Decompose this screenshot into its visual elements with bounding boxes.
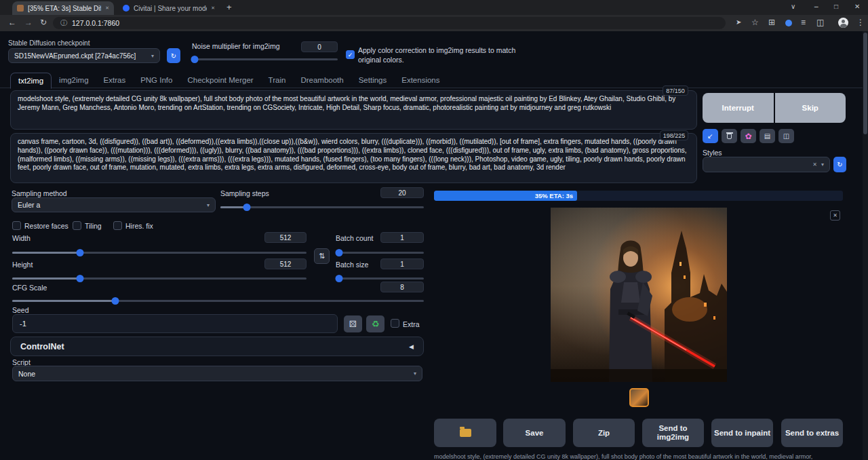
sampling-steps-slider[interactable] bbox=[220, 203, 424, 211]
random-seed-button[interactable]: ⚄ bbox=[344, 315, 362, 332]
tab-checkpoint-merger[interactable]: Checkpoint Merger bbox=[180, 73, 260, 89]
main-tab-nav: txt2img img2img Extras PNG Info Checkpoi… bbox=[10, 73, 448, 89]
window-minimize-button[interactable]: − bbox=[814, 3, 818, 11]
refresh-icon: ↻ bbox=[171, 52, 176, 60]
height-value[interactable]: 512 bbox=[264, 258, 307, 269]
tab-txt2img[interactable]: txt2img bbox=[10, 73, 52, 89]
height-slider[interactable] bbox=[12, 274, 307, 282]
send-to-inpaint-button[interactable]: Send to inpaint bbox=[711, 419, 773, 447]
accordion-collapse-icon: ◀ bbox=[409, 343, 414, 350]
swap-icon: ⇅ bbox=[319, 252, 325, 261]
tab-settings[interactable]: Settings bbox=[351, 73, 395, 89]
extension-blue-icon[interactable] bbox=[785, 20, 792, 26]
page-scrollbar-thumb[interactable] bbox=[863, 33, 867, 134]
paste-generation-params-button[interactable]: ↙ bbox=[703, 129, 718, 143]
browser-menu-kebab-icon[interactable]: ⋮ bbox=[856, 18, 865, 26]
back-icon[interactable]: ← bbox=[8, 18, 16, 26]
open-folder-button[interactable] bbox=[434, 419, 496, 447]
cfg-scale-slider[interactable] bbox=[12, 296, 424, 305]
script-dropdown[interactable]: None ▾ bbox=[12, 366, 422, 381]
extra-seed-label: Extra bbox=[403, 320, 420, 328]
batch-count-value[interactable]: 1 bbox=[380, 232, 424, 243]
batch-size-value[interactable]: 1 bbox=[380, 258, 424, 269]
bookmark-star-icon[interactable]: ☆ bbox=[751, 18, 759, 26]
url-text: 127.0.0.1:7860 bbox=[72, 19, 119, 27]
share-icon[interactable]: ➤ bbox=[736, 19, 741, 26]
tiling-checkbox[interactable] bbox=[73, 221, 81, 230]
cfg-scale-value[interactable]: 8 bbox=[380, 282, 424, 292]
interrupt-button[interactable]: Interrupt bbox=[703, 93, 774, 123]
styles-dropdown[interactable]: ✕ ▾ bbox=[703, 157, 830, 172]
clear-prompt-button[interactable] bbox=[722, 129, 737, 143]
extensions-grid-icon[interactable]: ⊞ bbox=[768, 18, 775, 26]
controlnet-accordion[interactable]: ControlNet ◀ bbox=[10, 337, 424, 356]
reading-list-icon[interactable]: ≡ bbox=[801, 18, 806, 26]
hires-fix-checkbox[interactable] bbox=[113, 221, 122, 230]
noise-multiplier-label: Noise multiplier for img2img bbox=[192, 42, 280, 50]
width-slider[interactable] bbox=[12, 248, 307, 256]
tab-title: [35% ETA: 3s] Stable Diffusion bbox=[28, 5, 101, 12]
reload-icon[interactable]: ↻ bbox=[40, 18, 47, 26]
restore-faces-checkbox[interactable] bbox=[12, 221, 21, 230]
site-info-icon[interactable]: ⓘ bbox=[60, 18, 67, 28]
tab-title: Civitai | Share your models bbox=[134, 5, 207, 12]
seed-label: Seed bbox=[12, 306, 29, 314]
batch-size-label: Batch size bbox=[336, 261, 368, 269]
clear-styles-icon[interactable]: ✕ bbox=[812, 161, 817, 168]
trash-icon bbox=[727, 134, 732, 139]
seed-input[interactable]: -1 bbox=[12, 314, 338, 333]
sampling-steps-value[interactable]: 20 bbox=[380, 187, 424, 198]
tab-train[interactable]: Train bbox=[261, 73, 294, 89]
tab-extensions[interactable]: Extensions bbox=[394, 73, 447, 89]
tab-dreambooth[interactable]: Dreambooth bbox=[293, 73, 351, 89]
prompt-textarea[interactable]: modelshoot style, (extremely detailed CG… bbox=[10, 90, 697, 130]
save-style-button[interactable]: ◫ bbox=[778, 129, 794, 143]
extra-seed-checkbox[interactable] bbox=[391, 319, 399, 328]
batch-count-slider[interactable] bbox=[336, 248, 424, 256]
close-gallery-button[interactable]: ✕ bbox=[830, 210, 840, 221]
reuse-seed-button[interactable]: ♻ bbox=[366, 315, 384, 332]
close-icon: ✕ bbox=[833, 212, 837, 218]
skip-button[interactable]: Skip bbox=[775, 93, 846, 123]
refresh-styles-button[interactable]: ↻ bbox=[833, 157, 846, 172]
extra-networks-button[interactable]: ✿ bbox=[741, 129, 756, 143]
noise-multiplier-value[interactable]: 0 bbox=[301, 41, 338, 52]
tab-close-icon[interactable]: ✕ bbox=[211, 5, 215, 11]
generation-info-text: modelshoot style, (extremely detailed CG… bbox=[434, 453, 843, 460]
tab-close-icon[interactable]: ✕ bbox=[105, 5, 109, 11]
gallery-thumbnail[interactable] bbox=[629, 388, 649, 407]
negative-prompt-textarea[interactable]: canvas frame, cartoon, 3d, ((disfigured)… bbox=[10, 133, 697, 183]
swap-dimensions-button[interactable]: ⇅ bbox=[314, 248, 330, 264]
window-close-button[interactable]: ✕ bbox=[854, 3, 860, 10]
refresh-checkpoint-button[interactable]: ↻ bbox=[167, 48, 180, 63]
profile-avatar[interactable] bbox=[838, 18, 848, 28]
window-maximize-button[interactable]: □ bbox=[834, 3, 838, 10]
progress-fill: 35% ETA: 3s bbox=[434, 191, 577, 201]
send-to-img2img-button[interactable]: Send to img2img bbox=[642, 419, 704, 447]
send-to-extras-button[interactable]: Send to extras bbox=[781, 419, 843, 447]
generated-image-preview[interactable] bbox=[551, 208, 727, 382]
color-correction-checkbox[interactable]: ✓ bbox=[346, 50, 355, 59]
save-button[interactable]: Save bbox=[503, 419, 566, 447]
check-icon: ✓ bbox=[348, 52, 353, 58]
sampling-method-dropdown[interactable]: Euler a ▾ bbox=[12, 197, 216, 212]
noise-multiplier-slider[interactable] bbox=[192, 55, 338, 63]
checkpoint-dropdown[interactable]: SD15NewVAEpruned.ckpt [27a4ac756c] ▾ bbox=[8, 48, 160, 63]
browser-tab-civitai[interactable]: Civitai | Share your models ✕ bbox=[118, 1, 220, 15]
browser-tab-stable-diffusion[interactable]: [35% ETA: 3s] Stable Diffusion ✕ bbox=[12, 1, 114, 15]
folder-icon bbox=[460, 429, 471, 437]
color-correction-label: Apply color correction to img2img result… bbox=[358, 46, 522, 64]
side-panel-icon[interactable]: ◫ bbox=[816, 18, 824, 26]
forward-icon[interactable]: → bbox=[24, 18, 33, 26]
tab-img2img[interactable]: img2img bbox=[52, 73, 96, 89]
address-bar[interactable]: ⓘ 127.0.0.1:7860 bbox=[53, 17, 726, 29]
new-tab-button[interactable]: + bbox=[226, 3, 232, 12]
controlnet-label: ControlNet bbox=[20, 342, 64, 351]
apply-styles-button[interactable]: ▤ bbox=[760, 129, 775, 143]
zip-button[interactable]: Zip bbox=[573, 419, 635, 447]
tab-extras[interactable]: Extras bbox=[96, 73, 134, 89]
tab-png-info[interactable]: PNG Info bbox=[133, 73, 180, 89]
chevron-down-icon: ▾ bbox=[821, 161, 824, 168]
width-value[interactable]: 512 bbox=[264, 232, 307, 243]
tab-search-chevron-icon[interactable]: ∨ bbox=[791, 3, 795, 10]
